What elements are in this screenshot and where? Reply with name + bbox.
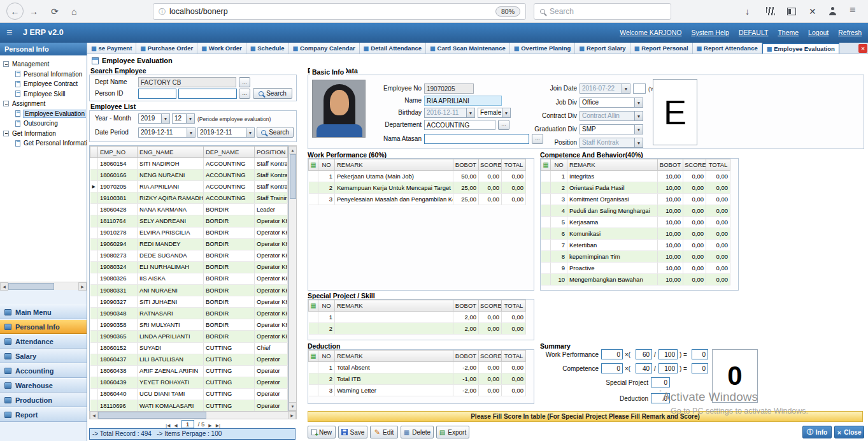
graduation-div-select[interactable]: SMP <box>580 124 643 134</box>
departement-input[interactable] <box>424 120 495 130</box>
column-header[interactable]: DEP_NAME <box>204 147 255 158</box>
chevron-down-icon[interactable] <box>634 124 643 134</box>
summary-comp-base-input[interactable] <box>658 363 678 373</box>
tree-group-management[interactable]: Management <box>0 59 87 69</box>
table-row[interactable]: 18060152SUYADICUTTINGChief <box>90 342 288 354</box>
table-row[interactable]: 18060439YEYET ROHAYATICUTTINGOperator <box>90 377 288 388</box>
scroll-down-icon[interactable] <box>288 402 297 410</box>
download-icon[interactable]: ↓ <box>745 6 750 17</box>
column-header[interactable]: REMARK <box>335 300 453 312</box>
tab-report-salary[interactable]: Report Salary <box>575 43 630 54</box>
tab-report-personal[interactable]: Report Personal <box>630 43 693 54</box>
table-row[interactable]: 19080331ANI NURAENIBORDIROperator KHL <box>90 285 288 296</box>
account-icon[interactable] <box>829 7 837 15</box>
table-row[interactable]: 1Pekerjaan Utama (Main Job)50,000,000,00 <box>309 171 526 182</box>
join-year-input[interactable] <box>633 83 646 94</box>
nama-atasan-input[interactable] <box>424 134 529 144</box>
table-row[interactable]: 2Orientasi Pada Hasil10,000,000,00 <box>541 182 730 194</box>
summary-comp-weight-input[interactable] <box>636 363 652 373</box>
column-header[interactable]: TOTAL <box>502 351 526 362</box>
summary-comp-result-input[interactable] <box>692 363 708 373</box>
scroll-up-icon[interactable] <box>288 146 297 154</box>
column-header[interactable]: ENG_NAME <box>138 147 204 158</box>
sidebar-item-main-menu[interactable]: Main Menu <box>0 305 87 319</box>
table-row[interactable]: 19080324ELI NURHALIMAHBORDIROperator KHL <box>90 261 288 273</box>
tab-company-calendar[interactable]: Company Calendar <box>289 43 360 54</box>
column-header[interactable]: BOBOT <box>453 351 479 362</box>
chevron-down-icon[interactable] <box>622 83 630 94</box>
tree-item-employee-skill[interactable]: Employee Skill <box>0 89 87 99</box>
table-row[interactable]: 18060437LILI BATULISANCUTTINGOperator <box>90 354 288 365</box>
date-from-select[interactable]: 2019-12-11 <box>138 127 196 138</box>
chevron-down-icon[interactable] <box>634 98 643 108</box>
column-header[interactable]: BOBOT <box>453 159 479 171</box>
list-vertical-scrollbar[interactable] <box>288 145 297 411</box>
table-row[interactable]: 8kepemimpinan Tim10,000,000,00 <box>541 251 730 263</box>
table-row[interactable]: 4Peduli dan Saling Menghargai10,000,000,… <box>541 205 730 217</box>
table-row[interactable]: 6Komunikasi10,000,000,00 <box>541 228 730 240</box>
tab-purchase-order[interactable]: Purchase Order <box>136 43 197 54</box>
year-select[interactable]: 2019 <box>138 113 170 124</box>
table-row[interactable]: 19100381RIZKY AQIRA RAMADHACCOUNTINGStaf… <box>90 192 288 204</box>
column-header[interactable]: NO <box>318 159 335 171</box>
table-row[interactable]: 19060294REDI MANDEYBORDIROperator KHL <box>90 238 288 250</box>
table-row[interactable]: 7Ketertiban10,000,000,00 <box>541 240 730 251</box>
site-info-icon[interactable]: ⓘ <box>159 7 166 17</box>
table-row[interactable]: 19080273DEDE SUGANDABORDIROperator KHL <box>90 250 288 261</box>
chevron-down-icon[interactable] <box>634 111 643 121</box>
column-header[interactable]: REMARK <box>335 351 453 362</box>
table-row[interactable]: 10Mengembangkan Bawahan10,000,000,00 <box>541 274 730 286</box>
dept-browse-button[interactable]: ... <box>239 77 250 87</box>
summary-deduction-input[interactable] <box>651 393 670 403</box>
column-header[interactable]: REMARK <box>567 159 658 171</box>
competence-table[interactable]: NOREMARKBOBOTSCORETOTAL1Integritas10,000… <box>541 159 730 286</box>
table-row[interactable]: 19080326IIS AISKABORDIROperator KHL <box>90 273 288 284</box>
column-header[interactable]: NO <box>318 300 335 312</box>
tab-overtime-planing[interactable]: Overtime Planing <box>510 43 576 54</box>
theme-link[interactable]: Theme <box>778 29 799 36</box>
column-header[interactable]: TOTAL <box>502 300 526 312</box>
table-row[interactable]: 18110764SELY ANDREANIBORDIROperator KHL <box>90 215 288 227</box>
sidebar-item-attendance[interactable]: Attendance <box>0 334 87 349</box>
name-input[interactable] <box>424 96 502 106</box>
forward-icon[interactable]: → <box>29 6 38 17</box>
list-horizontal-scrollbar[interactable] <box>89 411 297 419</box>
position-select[interactable]: Staff Kontrak <box>580 138 643 148</box>
chevron-down-icon[interactable] <box>186 113 195 124</box>
url-text[interactable]: localhost/bonerp <box>169 7 228 16</box>
tab-detail-attendance[interactable]: Detail Attendance <box>360 43 426 54</box>
table-row[interactable]: 18060428NANA KARMANABORDIRLeader <box>90 204 288 215</box>
zoom-badge[interactable]: 80% <box>495 6 520 17</box>
column-header[interactable]: BOBOT <box>658 159 683 171</box>
browser-menu-icon[interactable]: ≡ <box>850 4 855 16</box>
summary-wp-base-input[interactable] <box>658 349 678 359</box>
close-button[interactable]: Close <box>834 426 864 438</box>
sidebar-toggle-icon[interactable] <box>787 8 796 15</box>
scrollbar-thumb[interactable] <box>98 412 206 419</box>
table-row[interactable]: 18060440UCU DIANI TAMICUTTINGOperator <box>90 388 288 400</box>
sidebar-item-salary[interactable]: Salary <box>0 349 87 363</box>
scrollbar-thumb[interactable] <box>8 283 54 290</box>
collapse-icon[interactable] <box>3 61 9 67</box>
export-button[interactable]: Export <box>436 426 469 438</box>
summary-comp-score-input[interactable] <box>601 363 623 373</box>
tab-se-payment[interactable]: se Payment <box>87 43 136 54</box>
edit-button[interactable]: Edit <box>370 426 398 438</box>
refresh-link[interactable]: Refresh <box>838 29 862 36</box>
tree-horizontal-scrollbar[interactable] <box>0 282 87 290</box>
table-row[interactable]: 19090358SRI MULYANTIBORDIROperator KHL <box>90 319 288 331</box>
tab-card-scan-maintenance[interactable]: Card Scan Maintenance <box>426 43 510 54</box>
sidebar-item-personal-info[interactable]: Personal Info <box>0 319 87 334</box>
birthday-select[interactable]: 2016-12-11 <box>424 108 475 118</box>
search-list-button[interactable]: Search <box>257 127 294 138</box>
home-icon[interactable]: ⌂ <box>71 6 76 17</box>
table-row[interactable]: 2Total ITB-1,000,000,00 <box>309 373 526 385</box>
column-header[interactable]: TOTAL <box>706 159 730 171</box>
table-row[interactable]: 5Kerjasama10,000,000,00 <box>541 217 730 228</box>
page-number-input[interactable] <box>181 420 194 428</box>
tab-close-icon[interactable]: ✕ <box>858 44 867 53</box>
chevron-down-icon[interactable] <box>246 127 255 138</box>
table-row[interactable]: 18060438ARIF ZAENAL ARIFINCUTTINGOperato… <box>90 365 288 377</box>
job-div-select[interactable]: Office <box>580 98 643 108</box>
extension-x-icon[interactable]: ✕ <box>809 6 816 17</box>
